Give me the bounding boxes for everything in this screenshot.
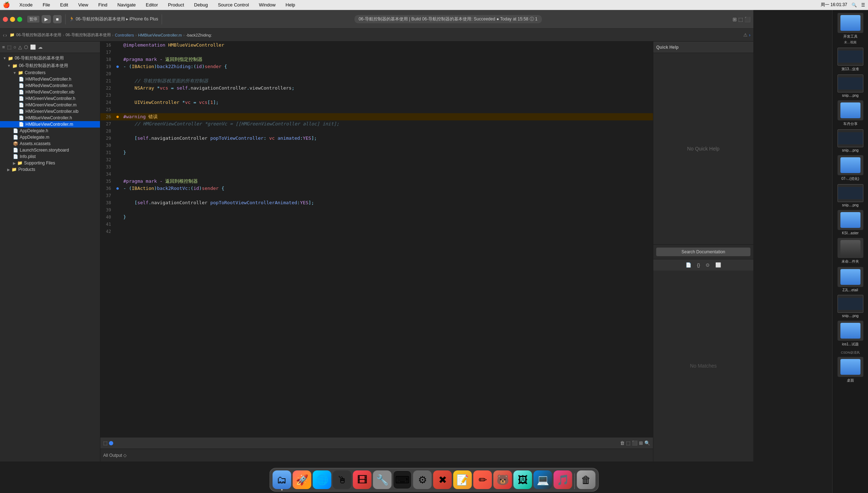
file-item-hmred-xib[interactable]: 📄 HMRedViewController.xib bbox=[0, 89, 100, 95]
desktop-item-snip2[interactable]: snip....png bbox=[834, 129, 867, 152]
file-item-supporting[interactable]: ▶ 📁 Supporting Files bbox=[0, 160, 100, 166]
debug-toggle[interactable]: ⬚ bbox=[738, 16, 743, 22]
breadcrumb-file[interactable]: HMBlueViewController.m bbox=[138, 33, 182, 37]
desktop-item-zjl[interactable]: ZJL...etail bbox=[834, 267, 867, 292]
file-item-hmgreen-m[interactable]: 📄 HMGreenViewController.m bbox=[0, 102, 100, 108]
file-item-assets[interactable]: 📦 Assets.xcassets bbox=[0, 140, 100, 147]
file-item-launchscreen[interactable]: 📄 LaunchScreen.storyboard bbox=[0, 147, 100, 153]
file-icon: 📄 bbox=[19, 83, 24, 88]
menu-xcode[interactable]: Xcode bbox=[17, 1, 35, 8]
menu-find[interactable]: Find bbox=[96, 1, 109, 8]
navigator-icon-3[interactable]: ○ bbox=[14, 44, 16, 50]
trash-icon[interactable]: 🗑 bbox=[620, 440, 625, 446]
maximize-button[interactable] bbox=[17, 17, 22, 22]
scheme-selector[interactable]: 🏃 06-导航控制器的基本使用 ▸ iPhone 6s Plus bbox=[69, 16, 158, 22]
line-content: } bbox=[120, 214, 653, 221]
navigator-icon-2[interactable]: ⬚ bbox=[7, 44, 11, 50]
collapse-icon: ▶ bbox=[13, 161, 16, 165]
line-number: 20 bbox=[100, 70, 115, 77]
menu-navigate[interactable]: Navigate bbox=[115, 1, 138, 8]
menu-file[interactable]: File bbox=[40, 1, 52, 8]
qh-code-icon[interactable]: {} bbox=[697, 262, 700, 268]
file-item-project[interactable]: ▼ 📁 06-导航控制器的基本使用 bbox=[0, 62, 100, 70]
menu-view[interactable]: View bbox=[76, 1, 90, 8]
breadcrumb-sep-2: › bbox=[112, 33, 114, 37]
desktop-item-qingfeng[interactable]: CSDN@清风 桌面 bbox=[834, 350, 867, 383]
code-editor[interactable]: 16 @implementation HMBlueViewController … bbox=[100, 42, 653, 461]
notification-icon[interactable]: ☰ bbox=[861, 3, 865, 8]
file-item-hmblue-m[interactable]: 📄 HMBlueViewController.m bbox=[0, 121, 100, 128]
navigator-icon-1[interactable]: ≡ bbox=[2, 44, 5, 50]
apple-menu[interactable]: 🍎 bbox=[3, 1, 10, 8]
desktop-item-chedanfenxiang[interactable]: 车丹分享 bbox=[834, 100, 867, 126]
file-item-hmred-h[interactable]: 📄 HMRedViewController.h bbox=[0, 76, 100, 82]
navigator-toggle[interactable]: ⊞ bbox=[733, 16, 737, 22]
desktop-item-ios[interactable]: ios1...试题 bbox=[834, 321, 867, 347]
breadcrumb-method[interactable]: -back2Zhiding: bbox=[186, 33, 212, 37]
qh-circle-icon[interactable]: ⊙ bbox=[706, 262, 710, 268]
menu-source-control[interactable]: Source Control bbox=[216, 1, 251, 8]
breadcrumb-next-btn[interactable]: › bbox=[749, 32, 750, 38]
minimize-button[interactable] bbox=[10, 17, 15, 22]
pause-label[interactable]: 暂停 bbox=[27, 16, 39, 23]
navigator-icon-6[interactable]: ⬜ bbox=[30, 44, 36, 50]
navigator-icon-4[interactable]: △ bbox=[18, 44, 22, 50]
file-name: LaunchScreen.storyboard bbox=[20, 148, 69, 153]
menu-help[interactable]: Help bbox=[283, 1, 297, 8]
file-item-hmgreen-h[interactable]: 📄 HMGreenViewController.h bbox=[0, 95, 100, 102]
desktop-item-zhuomian[interactable]: 桌面 bbox=[834, 357, 867, 383]
no-matches-panel: No Matches bbox=[653, 271, 753, 462]
breadcrumb-project[interactable]: 06-导航控制器的基本使用 bbox=[16, 32, 61, 38]
desktop-item-07[interactable]: 07-...(优化) bbox=[834, 155, 867, 181]
search-debug-icon[interactable]: 🔍 bbox=[644, 440, 650, 446]
code-line-25: 25 bbox=[100, 106, 653, 113]
back-arrow[interactable]: ‹ bbox=[3, 32, 5, 38]
filter-icon[interactable]: ⊞ bbox=[639, 440, 643, 446]
menu-edit[interactable]: Edit bbox=[58, 1, 70, 8]
file-item-products[interactable]: ▶ 📁 Products bbox=[0, 166, 100, 173]
file-icon: 📄 bbox=[19, 122, 24, 127]
desktop-item-ksi[interactable]: KSI...aster bbox=[834, 210, 867, 235]
desktop-item-devtools[interactable]: 开发工具 未...视频 bbox=[834, 13, 867, 45]
file-item-infoplist[interactable]: 📄 Info.plist bbox=[0, 153, 100, 160]
utilities-toggle[interactable]: ⬛ bbox=[744, 16, 750, 22]
menu-product[interactable]: Product bbox=[166, 1, 186, 8]
file-item-appdelegate-m[interactable]: 📄 AppDelegate.m bbox=[0, 134, 100, 140]
code-line-36: 36 ● - (IBAction)back2RootVc:(id)sender … bbox=[100, 185, 653, 192]
desktop-item-label: 未命...件夹 bbox=[841, 259, 859, 264]
file-item-hmblue-h[interactable]: 📄 HMBlueViewController.h bbox=[0, 115, 100, 121]
split-view-2-icon[interactable]: ⬛ bbox=[632, 440, 638, 446]
file-item-appdelegate-h[interactable]: 📄 AppDelegate.h bbox=[0, 128, 100, 134]
file-item-controllers[interactable]: ▼ 📁 Controllers bbox=[0, 70, 100, 76]
breadcrumb-group[interactable]: 06-导航控制器的基本使用 bbox=[66, 32, 111, 38]
line-number: 42 bbox=[100, 228, 115, 235]
split-view-icon[interactable]: ⬚ bbox=[626, 440, 630, 446]
code-content[interactable]: 16 @implementation HMBlueViewController … bbox=[100, 42, 653, 437]
menu-window[interactable]: Window bbox=[257, 1, 278, 8]
qh-file-icon[interactable]: 📄 bbox=[686, 262, 691, 268]
stop-button[interactable]: ■ bbox=[53, 15, 62, 23]
file-item-hmgreen-xib[interactable]: 📄 HMGreenViewController.xib bbox=[0, 108, 100, 115]
forward-arrow[interactable]: › bbox=[5, 32, 7, 38]
qh-square-icon[interactable]: ⬜ bbox=[715, 262, 721, 268]
desktop-item-13[interactable]: 第13...业准 bbox=[834, 48, 867, 72]
menu-debug[interactable]: Debug bbox=[192, 1, 210, 8]
desktop-item-snip1[interactable]: snip....png bbox=[834, 75, 867, 97]
desktop-item-snip4[interactable]: snip....png bbox=[834, 295, 867, 318]
spotlight-icon[interactable]: 🔍 bbox=[852, 3, 857, 8]
code-line-22: 22 NSArray *vcs = self.navigationControl… bbox=[100, 85, 653, 92]
navigator-icon-7[interactable]: ☁ bbox=[38, 44, 43, 50]
file-item-root[interactable]: ▼ 📁 06-导航控制器的基本使用 bbox=[0, 54, 100, 62]
breadcrumb-error-btn[interactable]: ⚠ bbox=[743, 32, 748, 38]
toolbar-separator-1 bbox=[65, 14, 66, 24]
breadcrumb-controllers[interactable]: Controllers bbox=[115, 33, 134, 37]
file-item-hmred-m[interactable]: 📄 HMRedViewController.m bbox=[0, 82, 100, 89]
navigator-icon-5[interactable]: ⬡ bbox=[24, 44, 28, 50]
menu-editor[interactable]: Editor bbox=[144, 1, 160, 8]
close-button[interactable] bbox=[3, 17, 8, 22]
search-documentation-button[interactable]: Search Documentation bbox=[656, 248, 750, 256]
run-button[interactable]: ▶ bbox=[42, 15, 51, 23]
show-issues-btn[interactable]: ⬚ bbox=[103, 440, 108, 446]
desktop-item-weiming[interactable]: 未命...件夹 bbox=[834, 238, 867, 264]
desktop-item-snip3[interactable]: snip....png bbox=[834, 184, 867, 207]
